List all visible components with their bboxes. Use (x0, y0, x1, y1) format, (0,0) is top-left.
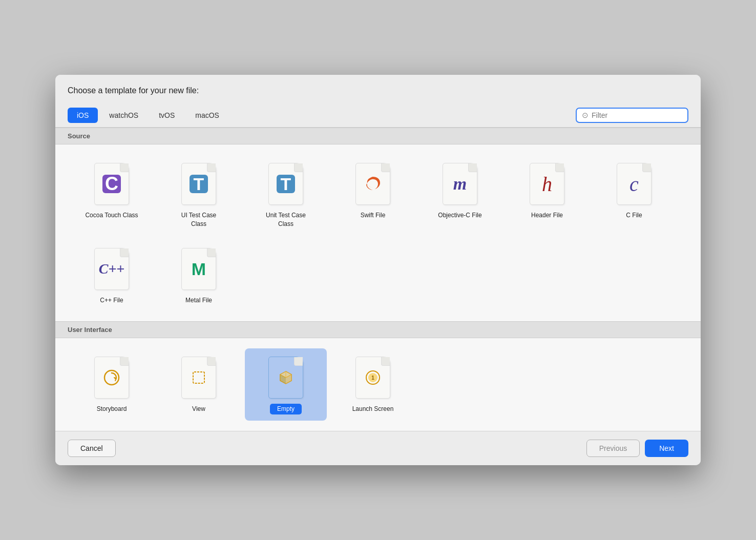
platform-tabs: iOS watchOS tvOS macOS (68, 108, 572, 123)
launch-screen-label: Launch Screen (352, 405, 394, 413)
dialog-title: Choose a template for your new file: (55, 75, 701, 102)
unit-icon: T (277, 175, 295, 193)
item-c-file[interactable]: c C File (593, 155, 675, 235)
empty-icon (267, 356, 304, 400)
svg-text:1: 1 (371, 375, 374, 381)
tab-bar: iOS watchOS tvOS macOS ⊙ (55, 102, 701, 128)
new-file-dialog: Choose a template for your new file: iOS… (55, 75, 701, 465)
unit-test-class-icon: T (267, 162, 304, 206)
item-empty[interactable]: Empty (245, 348, 327, 421)
source-items-grid: C Cocoa Touch Class T UI Test CaseClass (55, 144, 701, 321)
cocoa-touch-class-label: Cocoa Touch Class (85, 211, 138, 220)
launch-svg: 1 (363, 368, 383, 387)
cpp-file-label: C++ File (100, 296, 123, 305)
objective-c-icon: m (442, 162, 478, 206)
uit-icon: T (190, 175, 208, 193)
previous-button[interactable]: Previous (586, 440, 640, 457)
user-interface-section-header: User Interface (55, 321, 701, 338)
metal-letter: M (192, 259, 206, 279)
footer-right: Previous Next (586, 440, 688, 457)
item-header-file[interactable]: h Header File (506, 155, 588, 235)
metal-file-icon: M (180, 247, 217, 291)
item-metal-file[interactable]: M Metal File (158, 240, 240, 311)
dialog-footer: Cancel Previous Next (55, 431, 701, 465)
tab-tvos[interactable]: tvOS (150, 108, 184, 123)
cancel-button[interactable]: Cancel (68, 440, 116, 457)
item-unit-test-case-class[interactable]: T Unit Test CaseClass (245, 155, 327, 235)
item-storyboard[interactable]: Storyboard (71, 348, 153, 421)
ui-test-class-icon: T (180, 162, 217, 206)
filter-box: ⊙ (576, 108, 688, 123)
ui-items-grid: Storyboard View (55, 338, 701, 431)
swift-file-icon (354, 162, 391, 206)
empty-svg (276, 368, 296, 387)
svg-rect-1 (193, 372, 204, 383)
header-file-label: Header File (531, 211, 563, 220)
storyboard-icon (93, 356, 130, 400)
c-letter: c (629, 172, 639, 196)
cpp-letter: C++ (99, 261, 125, 277)
view-icon (180, 356, 217, 400)
cocoa-touch-class-icon: C (93, 162, 130, 206)
c-file-label: C File (626, 211, 642, 220)
objective-c-label: Objective-C File (438, 211, 481, 220)
view-svg (189, 368, 208, 387)
swift-svg-icon (364, 175, 382, 193)
storyboard-svg (102, 368, 121, 387)
item-cpp-file[interactable]: C++ C++ File (71, 240, 153, 311)
item-ui-test-case-class[interactable]: T UI Test CaseClass (158, 155, 240, 235)
item-objective-c-file[interactable]: m Objective-C File (419, 155, 501, 235)
item-swift-file[interactable]: Swift File (332, 155, 414, 235)
view-label: View (192, 405, 205, 413)
objc-letter: m (453, 174, 467, 194)
filter-icon: ⊙ (582, 111, 589, 120)
launch-screen-icon: 1 (354, 356, 391, 400)
item-launch-screen[interactable]: 1 Launch Screen (332, 348, 414, 421)
item-view[interactable]: View (158, 348, 240, 421)
cocoa-icon: C (102, 175, 121, 193)
content-area: Source C Cocoa Touch Class T UI Test C (55, 128, 701, 430)
cpp-file-icon: C++ (93, 247, 130, 291)
tab-ios[interactable]: iOS (68, 108, 98, 123)
next-button[interactable]: Next (645, 440, 688, 457)
swift-file-label: Swift File (361, 211, 386, 220)
unit-test-case-class-label: Unit Test CaseClass (266, 211, 306, 229)
filter-input[interactable] (592, 111, 674, 119)
source-section-header: Source (55, 128, 701, 144)
ui-test-case-class-label: UI Test CaseClass (181, 211, 216, 229)
item-cocoa-touch-class[interactable]: C Cocoa Touch Class (71, 155, 153, 235)
empty-label: Empty (270, 404, 302, 414)
storyboard-label: Storyboard (97, 405, 127, 413)
header-letter: h (542, 172, 552, 196)
tab-macos[interactable]: macOS (186, 108, 228, 123)
metal-file-label: Metal File (185, 296, 212, 305)
tab-watchos[interactable]: watchOS (100, 108, 148, 123)
header-file-icon: h (529, 162, 565, 206)
c-file-icon: c (616, 162, 653, 206)
